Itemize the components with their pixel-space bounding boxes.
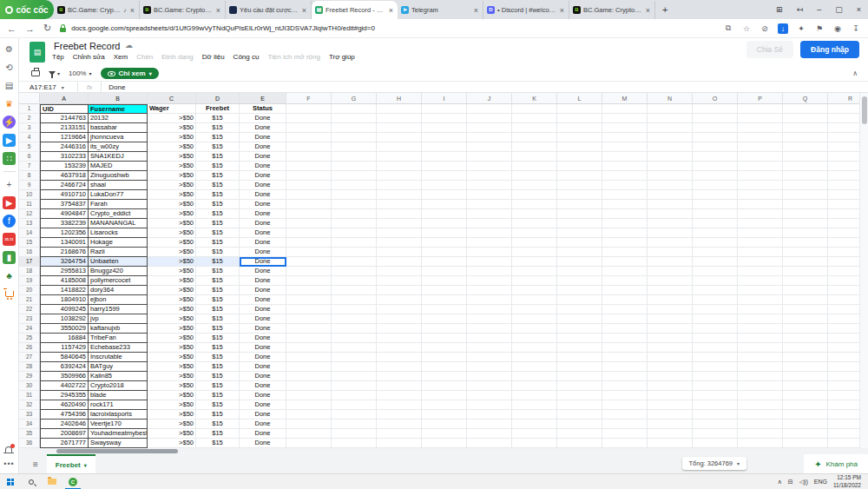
sheet-cell-N5[interactable] [648,142,693,152]
sheet-cell-E19[interactable]: Done [240,276,286,286]
row-header-36[interactable]: 36 [19,439,40,448]
sheet-cell-C12[interactable]: >$50 [148,209,196,219]
sheet-cell-I13[interactable] [422,219,467,228]
sheet-cell-G35[interactable] [332,429,377,439]
sheets-logo-icon[interactable]: ▤ [30,42,45,63]
taskbar-clock[interactable]: 12:15 PM 11/18/2022 [833,474,861,489]
sheet-cell-F7[interactable] [286,162,332,171]
sheet-cell-L29[interactable] [557,372,602,381]
sheet-cell-H15[interactable] [377,238,422,248]
sheet-cell-E16[interactable]: Done [240,248,286,257]
sheet-cell-B27[interactable]: Inscrutable [89,353,148,362]
sheet-cell-H33[interactable] [377,410,422,420]
sheet-cell-P11[interactable] [738,200,783,209]
sheet-cell-D30[interactable]: $15 [196,381,240,391]
sheet-cell-J8[interactable] [467,171,512,181]
sheet-cell-O30[interactable] [693,381,738,391]
sheet-cell-P26[interactable] [738,343,783,353]
sheet-cell-F1[interactable] [286,104,332,114]
sheet-cell-Q30[interactable] [783,381,828,391]
sheet-cell-A29[interactable]: 3509966 [40,372,89,381]
sheet-cell-M34[interactable] [602,420,648,429]
filter-button[interactable]: ▾ [49,70,60,76]
sheet-cell-N14[interactable] [648,228,693,238]
sheet-cell-P23[interactable] [738,314,783,324]
sheet-cell-K18[interactable] [512,267,557,276]
sheet-cell-L6[interactable] [557,152,602,162]
sheet-cell-I33[interactable] [422,410,467,420]
sheet-cell-D24[interactable]: $15 [196,324,240,334]
sheet-cell-M17[interactable] [602,257,648,267]
sheet-cell-Q9[interactable] [783,181,828,190]
sheet-cell-N28[interactable] [648,362,693,372]
row-header-34[interactable]: 34 [19,420,40,429]
sheet-cell-F30[interactable] [286,381,332,391]
sheet-cell-C26[interactable]: >$50 [148,343,196,353]
bookmark-star-icon[interactable]: ☆ [741,23,752,34]
sheet-cell-G6[interactable] [332,152,377,162]
sheet-cell-B36[interactable]: Swaysway [89,439,148,448]
sheet-cell-N1[interactable] [648,104,693,114]
sheet-cell-E24[interactable]: Done [240,324,286,334]
row-header-28[interactable]: 28 [19,362,40,372]
sheet-cell-M10[interactable] [602,190,648,200]
row-header-2[interactable]: 2 [19,114,40,123]
row-header-5[interactable]: 5 [19,142,40,152]
sheet-cell-E1[interactable]: Status [240,104,286,114]
sheet-cell-O1[interactable] [693,104,738,114]
sheet-cell-P16[interactable] [738,248,783,257]
sheet-cell-J5[interactable] [467,142,512,152]
sheet-cell-F13[interactable] [286,219,332,228]
row-header-31[interactable]: 31 [19,391,40,400]
sheet-cell-C16[interactable]: >$50 [148,248,196,257]
sheet-cell-M22[interactable] [602,305,648,314]
sheet-cell-F32[interactable] [286,400,332,410]
sheet-cell-G21[interactable] [332,295,377,305]
flag-icon[interactable]: ⚑ [814,23,825,34]
sheet-cell-E10[interactable]: Done [240,190,286,200]
sheet-cell-I4[interactable] [422,133,467,142]
sheet-cell-E23[interactable]: Done [240,314,286,324]
sheet-cell-L19[interactable] [557,276,602,286]
sheet-cell-K28[interactable] [512,362,557,372]
sheet-cell-O21[interactable] [693,295,738,305]
sheet-cell-E22[interactable]: Done [240,305,286,314]
sheet-cell-C11[interactable]: >$50 [148,200,196,209]
sheet-cell-P7[interactable] [738,162,783,171]
sheet-cell-J19[interactable] [467,276,512,286]
sheet-cell-G23[interactable] [332,314,377,324]
sheet-cell-L1[interactable] [557,104,602,114]
menu-trợ-giúp[interactable]: Trợ giúp [329,53,355,61]
sheet-cell-J6[interactable] [467,152,512,162]
sheet-cell-A34[interactable]: 2402646 [40,420,89,429]
column-header-G[interactable]: G [332,93,377,104]
row-header-1[interactable]: 1 [19,104,40,114]
sheet-cell-G1[interactable] [332,104,377,114]
column-header-D[interactable]: D [196,93,240,104]
sheet-cell-D20[interactable]: $15 [196,286,240,295]
sheet-cell-H19[interactable] [377,276,422,286]
sheet-cell-B13[interactable]: MANANANGAL [89,219,148,228]
sheet-cell-L3[interactable] [557,123,602,133]
sheet-cell-I19[interactable] [422,276,467,286]
sheet-cell-G9[interactable] [332,181,377,190]
sheet-cell-I28[interactable] [422,362,467,372]
sidebar-more-icon[interactable]: ••• [3,459,14,468]
sheet-cell-K24[interactable] [512,324,557,334]
sheet-cell-H8[interactable] [377,171,422,181]
network-icon[interactable]: ⊟ [788,479,793,486]
sheet-cell-K20[interactable] [512,286,557,295]
minimize-button[interactable]: – [810,0,828,19]
sheet-cell-L9[interactable] [557,181,602,190]
sheet-cell-K33[interactable] [512,410,557,420]
sheet-cell-C27[interactable]: >$50 [148,353,196,362]
row-header-13[interactable]: 13 [19,219,40,228]
sheet-cell-F8[interactable] [286,171,332,181]
row-header-33[interactable]: 33 [19,410,40,420]
sheet-cell-Q6[interactable] [783,152,828,162]
sheet-cell-L32[interactable] [557,400,602,410]
close-button[interactable]: × [850,0,868,19]
sheet-cell-O14[interactable] [693,228,738,238]
document-title[interactable]: Freebet Record [54,41,120,51]
sheet-cell-Q14[interactable] [783,228,828,238]
